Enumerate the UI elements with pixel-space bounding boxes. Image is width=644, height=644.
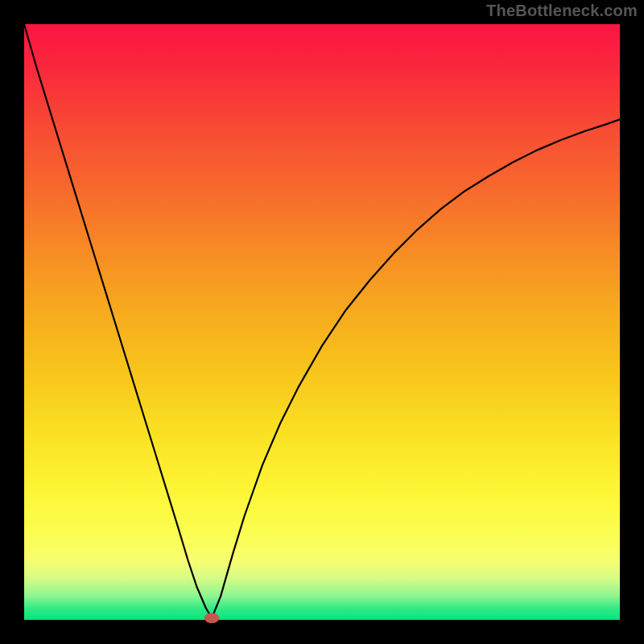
curve-left-branch (24, 24, 212, 618)
chart-svg (24, 24, 620, 620)
minimum-marker (204, 613, 219, 623)
watermark-text: TheBottleneck.com (486, 2, 638, 20)
curve-right-branch (212, 119, 620, 617)
plot-area (24, 24, 620, 620)
chart-frame: TheBottleneck.com (0, 0, 644, 644)
